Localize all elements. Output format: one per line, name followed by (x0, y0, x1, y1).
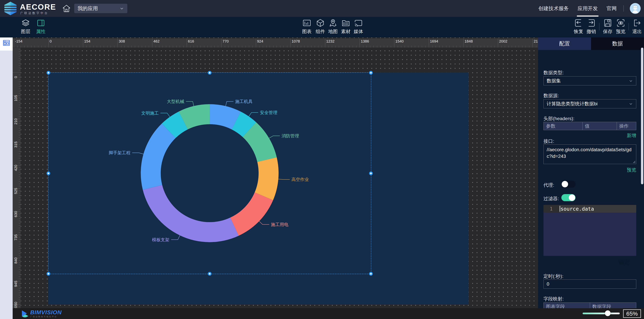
resize-grip-icon[interactable] (632, 160, 636, 163)
editor-toolbar: 图层 属性 图表 组件 地图 (0, 17, 644, 38)
ruler-minor-tick (328, 46, 329, 48)
ruler-minor-tick (18, 246, 20, 247)
toolbar-label: 保存 (603, 28, 612, 35)
ruler-minor-tick (18, 276, 20, 277)
ruler-minor-tick (100, 46, 100, 48)
panel-scrollbar[interactable] (641, 48, 643, 184)
donut-slice-高空作业[interactable] (255, 157, 279, 200)
ruler-label: 735 (14, 234, 18, 240)
ruler-minor-tick (18, 221, 20, 221)
resize-handle-nw[interactable] (46, 71, 50, 75)
ruler-minor-tick (18, 98, 20, 98)
donut-slice-施工用电[interactable] (230, 192, 273, 236)
nav-app-dev[interactable]: 应用开发 (577, 0, 598, 17)
ruler-minor-tick (149, 46, 149, 48)
ruler-minor-tick (18, 107, 20, 107)
window-layout-icon (2, 39, 10, 47)
ruler-minor-tick (18, 191, 20, 191)
ruler-label: 2156 (534, 39, 538, 44)
ruler-minor-tick (59, 46, 59, 48)
resize-handle-s[interactable] (208, 272, 212, 276)
ruler-minor-tick (242, 46, 242, 48)
resize-handle-sw[interactable] (46, 272, 50, 276)
toolbar-label: 预览 (616, 28, 626, 35)
data-type-label: 数据类型: (544, 70, 564, 76)
nav-official-site[interactable]: 官网 (606, 0, 617, 17)
toolbar-properties-button[interactable]: 属性 (32, 19, 50, 35)
filter-code-text: source.data (560, 206, 594, 212)
ruler-minor-tick (18, 244, 20, 244)
ruler-minor-tick (532, 46, 533, 48)
map-pin-icon (328, 19, 337, 27)
vertical-ruler: 01052103154205256307358409451050 (13, 48, 21, 308)
ruler-minor-tick (18, 181, 20, 182)
ruler-label: 840 (14, 257, 18, 264)
ruler-minor-tick (18, 279, 20, 279)
workspace-select-value: 我的应用 (78, 5, 120, 12)
nav-create-tech-service[interactable]: 创建技术服务 (538, 0, 570, 17)
ruler-minor-tick (18, 172, 20, 172)
toolbar-preview-button[interactable]: 预览 (612, 19, 630, 35)
ruler-minor-tick (18, 265, 20, 265)
selected-widget-donut-chart[interactable]: 施工机具安全管理消防管理高空作业施工用电模板支架脚手架工程文明施工大型机械 (48, 72, 371, 274)
ruler-minor-tick (83, 46, 83, 48)
donut-slice-模板支架[interactable] (143, 185, 239, 242)
ruler-minor-tick (315, 46, 315, 48)
user-avatar[interactable] (630, 3, 641, 14)
ruler-minor-tick (18, 163, 20, 163)
ruler-minor-tick (18, 84, 20, 84)
ruler-minor-tick (62, 46, 62, 48)
zoom-slider-knob[interactable] (605, 310, 610, 316)
add-header-link[interactable]: 新增 (627, 132, 636, 139)
toolbar-exit-button[interactable]: 退出 (628, 19, 644, 35)
cube-icon (316, 19, 325, 27)
ruler-minor-tick (21, 46, 21, 48)
filter-toggle[interactable] (561, 194, 576, 201)
home-button[interactable] (62, 4, 71, 13)
resize-handle-se[interactable] (369, 272, 373, 276)
donut-label-line (160, 113, 170, 117)
ruler-minor-tick (162, 46, 163, 48)
ruler-minor-tick (107, 46, 108, 48)
toolbar-media-button[interactable]: 媒体 (349, 19, 368, 35)
zoom-level-indicator[interactable]: 65% (623, 309, 641, 318)
ruler-minor-tick (304, 46, 304, 48)
ruler-minor-tick (180, 46, 180, 48)
ruler-minor-tick (121, 46, 121, 48)
nav-label: 应用开发 (578, 5, 598, 12)
donut-slice-脚手架工程[interactable] (141, 124, 176, 190)
resize-handle-w[interactable] (46, 171, 50, 175)
proxy-toggle[interactable] (561, 181, 576, 188)
tab-data[interactable]: 数据 (591, 38, 644, 50)
resize-handle-e[interactable] (369, 171, 373, 175)
filter-code-editor[interactable]: 1 source.data (544, 205, 636, 256)
ruler-minor-tick (18, 121, 20, 121)
text-cursor (560, 206, 560, 212)
ruler-minor-tick (18, 223, 20, 223)
ruler-minor-tick (505, 46, 505, 48)
ruler-minor-tick (145, 46, 146, 48)
ruler-minor-tick (450, 46, 450, 48)
ruler-minor-tick (442, 46, 443, 48)
confirm-button-disabled[interactable]: 确定 (619, 258, 630, 266)
ruler-minor-tick (336, 46, 336, 48)
ruler-label: 462 (153, 39, 160, 44)
resize-handle-n[interactable] (208, 71, 212, 75)
zoom-slider[interactable] (582, 312, 620, 314)
resize-handle-ne[interactable] (369, 71, 373, 75)
timer-input[interactable]: 0 (544, 279, 636, 289)
toolbar-undo-button[interactable]: 撤销 (582, 19, 600, 35)
data-type-select[interactable]: 数据集 (544, 76, 636, 85)
preview-data-link[interactable]: 预览 (627, 167, 636, 173)
home-icon (62, 4, 71, 13)
api-textarea[interactable]: //aecore.glodon.com/datavp/dataSets/gdc?… (544, 144, 636, 164)
save-icon (603, 19, 612, 27)
data-source-select[interactable]: 计算隐患类型统计数据bi (544, 99, 636, 108)
donut-label-line (186, 101, 194, 106)
data-source-label: 数据源: (544, 93, 559, 99)
ruler-label: 1078 (292, 39, 300, 44)
ruler-minor-tick (45, 46, 45, 48)
ruler-minor-tick (380, 46, 380, 48)
tab-config[interactable]: 配置 (538, 38, 591, 50)
workspace-select[interactable]: 我的应用 (74, 4, 127, 13)
